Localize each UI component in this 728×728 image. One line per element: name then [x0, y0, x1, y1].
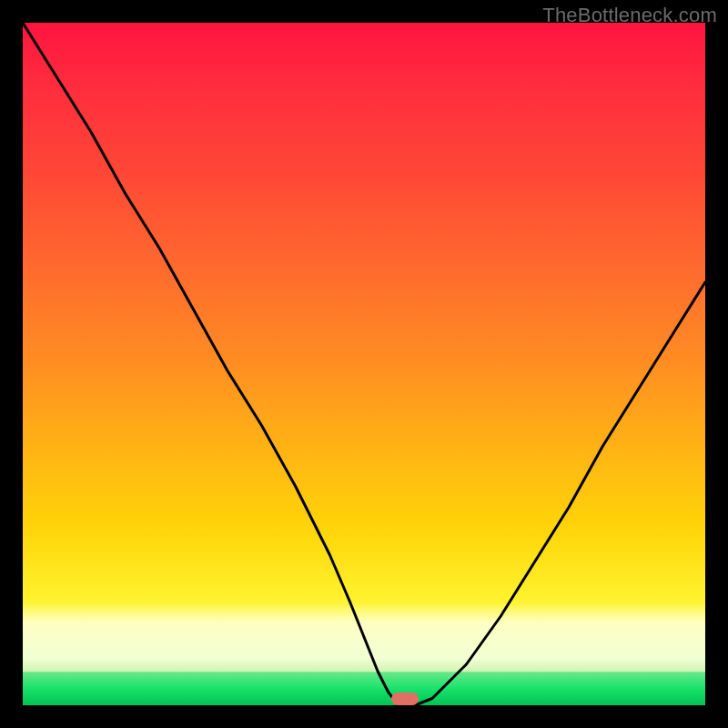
- watermark-text: TheBottleneck.com: [542, 4, 717, 27]
- optimal-point-marker: [391, 693, 419, 705]
- plot-area: [23, 23, 705, 705]
- chart-frame: TheBottleneck.com: [0, 0, 728, 728]
- bottleneck-curve: [23, 23, 705, 705]
